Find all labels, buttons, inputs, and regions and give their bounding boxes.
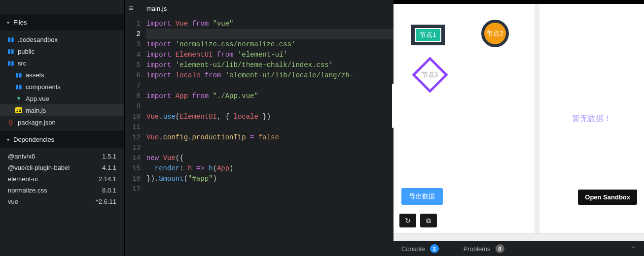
file-name: components xyxy=(26,83,61,91)
code-line[interactable] xyxy=(146,122,394,132)
dependencies-list: @antv/x61.5.1@vue/cli-plugin-babel4.1.1e… xyxy=(0,148,124,210)
node-diamond[interactable]: 节点3 xyxy=(412,57,448,93)
problems-count-badge: 0 xyxy=(496,244,504,253)
file-name: package.json xyxy=(18,119,56,126)
dep-version: 1.5.1 xyxy=(102,153,116,160)
preview-pane: 节点1 节点2 节点3 导出数据 ↻ ⧉ 暂无数据！ Open Sandbox xyxy=(394,0,644,256)
code-line[interactable] xyxy=(146,29,394,39)
node-rect-label: 节点1 xyxy=(420,31,436,39)
editor-pane: ≡ main.js 1234567891011121314151617 impo… xyxy=(124,0,394,256)
dep-name: element-ui xyxy=(8,175,38,183)
file-row[interactable]: JSmain.js xyxy=(0,104,124,116)
node-rect[interactable]: 节点1 xyxy=(411,25,445,45)
file-name: main.js xyxy=(26,107,46,114)
files-header-label: Files xyxy=(13,19,27,26)
dependency-row[interactable]: element-ui2.14.1 xyxy=(0,173,124,185)
dep-version: 4.1.1 xyxy=(102,164,116,171)
dependency-row[interactable]: @vue/cli-plugin-babel4.1.1 xyxy=(0,162,124,173)
dep-version: ^2.6.11 xyxy=(96,198,116,205)
code-line[interactable] xyxy=(146,143,394,153)
node-diamond-label: 节点3 xyxy=(422,70,438,79)
file-row[interactable]: ▮▮assets xyxy=(0,69,124,81)
preview-hscrollbar[interactable] xyxy=(394,233,644,241)
json-icon: {} xyxy=(7,119,15,126)
file-name: src xyxy=(18,60,26,67)
problems-tab[interactable]: Problems xyxy=(464,245,491,253)
dep-name: @antv/x6 xyxy=(8,153,35,160)
code-line[interactable]: import 'normalize.css/normalize.css' xyxy=(146,39,394,50)
dep-name: vue xyxy=(8,198,18,205)
code-line[interactable]: render: h => h(App) xyxy=(146,163,394,174)
files-panel-header[interactable]: ▾ Files xyxy=(0,14,124,31)
dep-version: 8.0.1 xyxy=(102,187,116,194)
js-icon: JS xyxy=(15,107,23,113)
hamburger-icon[interactable]: ≡ xyxy=(125,4,138,13)
node-circle[interactable]: 节点2 xyxy=(481,20,509,47)
editor-tabbar: ≡ main.js xyxy=(125,0,394,17)
chevron-up-icon[interactable]: ⌃ xyxy=(631,245,636,253)
chevron-down-icon: ▾ xyxy=(7,20,9,25)
code-line[interactable]: import ElementUI from 'element-ui' xyxy=(146,50,394,60)
console-count-badge: 2 xyxy=(430,244,439,253)
console-tab[interactable]: Console xyxy=(401,245,425,253)
code-line[interactable]: new Vue({ xyxy=(146,153,394,163)
preview-footer: Console 2 Problems 0 ⌃ xyxy=(394,241,644,256)
code-line[interactable]: import Vue from "vue" xyxy=(146,19,394,29)
dependency-row[interactable]: @antv/x61.5.1 xyxy=(0,151,124,162)
folder-icon: ▮▮ xyxy=(15,83,23,90)
file-row[interactable]: ▮▮components xyxy=(0,81,124,93)
dependency-row[interactable]: normalize.css8.0.1 xyxy=(0,185,124,196)
line-gutter: 1234567891011121314151617 xyxy=(125,17,146,256)
dep-version: 2.14.1 xyxy=(99,175,116,183)
code-line[interactable]: Vue.use(ElementUI, { locale }) xyxy=(146,112,394,122)
dep-name: normalize.css xyxy=(8,187,47,194)
deps-header-label: Dependencies xyxy=(13,136,54,143)
sidebar: ▾ Files ▮▮.codesandbox▮▮public▮▮src▮▮ass… xyxy=(0,0,124,256)
reload-button[interactable]: ↻ xyxy=(399,214,416,227)
folder-icon: ▮▮ xyxy=(7,36,15,43)
export-button[interactable]: 导出数据 xyxy=(401,188,443,205)
open-window-button[interactable]: ⧉ xyxy=(420,214,437,227)
file-row[interactable]: ▼App.vue xyxy=(0,93,124,104)
file-row[interactable]: ▮▮public xyxy=(0,45,124,57)
chevron-down-icon: ▾ xyxy=(7,137,9,142)
dependency-row[interactable]: vue^2.6.11 xyxy=(0,196,124,207)
code-line[interactable]: import App from "./App.vue" xyxy=(146,91,394,101)
file-row[interactable]: {}package.json xyxy=(0,116,124,128)
empty-text: 暂无数据！ xyxy=(572,114,611,124)
file-name: App.vue xyxy=(26,95,49,102)
vue-icon: ▼ xyxy=(15,95,23,102)
folder-icon: ▮▮ xyxy=(7,60,15,66)
code-lines[interactable]: import Vue from "vue" import 'normalize.… xyxy=(146,17,394,256)
dep-name: @vue/cli-plugin-babel xyxy=(8,164,70,171)
code-line[interactable] xyxy=(146,81,394,91)
folder-icon: ▮▮ xyxy=(15,71,23,78)
file-name: .codesandbox xyxy=(18,36,58,43)
file-name: assets xyxy=(26,71,44,79)
code-line[interactable]: Vue.config.productionTip = false xyxy=(146,132,394,143)
deps-panel-header[interactable]: ▾ Dependencies xyxy=(0,131,124,148)
code-line[interactable]: }).$mount("#app") xyxy=(146,174,394,184)
code-line[interactable]: import locale from 'element-ui/lib/local… xyxy=(146,70,394,81)
node-circle-label: 节点2 xyxy=(487,29,503,38)
code-line[interactable] xyxy=(146,101,394,112)
open-sandbox-button[interactable]: Open Sandbox xyxy=(578,190,637,205)
file-row[interactable]: ▮▮.codesandbox xyxy=(0,33,124,45)
folder-icon: ▮▮ xyxy=(7,48,15,55)
code-line[interactable] xyxy=(146,184,394,194)
tab-main-js[interactable]: main.js xyxy=(138,0,176,17)
file-tree: ▮▮.codesandbox▮▮public▮▮src▮▮assets▮▮com… xyxy=(0,31,124,131)
file-name: public xyxy=(18,48,35,55)
graph-canvas[interactable]: 节点1 节点2 节点3 导出数据 ↻ ⧉ xyxy=(394,4,535,233)
file-row[interactable]: ▮▮src xyxy=(0,57,124,69)
code-area[interactable]: 1234567891011121314151617 import Vue fro… xyxy=(125,17,394,256)
code-line[interactable]: import 'element-ui/lib/theme-chalk/index… xyxy=(146,60,394,70)
